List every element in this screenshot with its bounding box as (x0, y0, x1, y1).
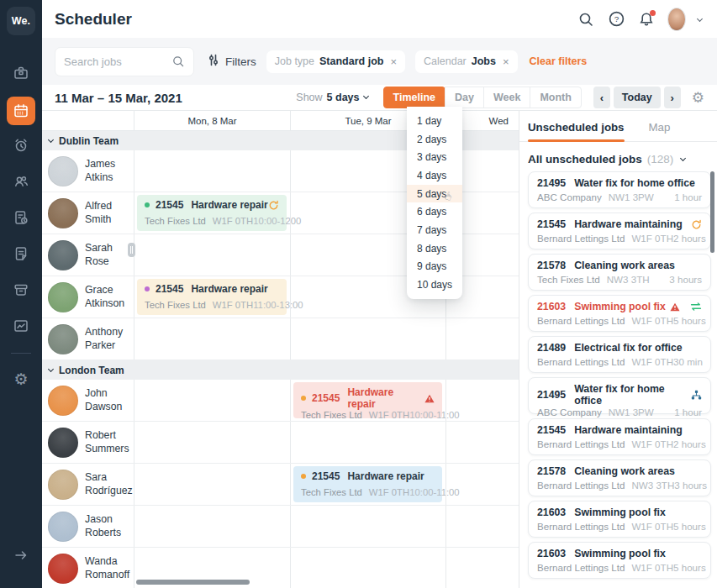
job-company: Bernard Lettings Ltd (537, 562, 625, 573)
job-card-21545[interactable]: 21545Hardware repairTech Fixes LtdW1F 0T… (293, 382, 442, 418)
avatar (48, 156, 78, 186)
dropdown-option-1-day[interactable]: 1 day (407, 112, 462, 130)
dropdown-option-5-days[interactable]: 5 days☞ (407, 185, 462, 203)
job-card-line2: Bernard Lettings LtdW1F 0TH2 hours (537, 438, 702, 449)
avatar (48, 282, 78, 312)
sidebar: We. (0, 0, 42, 588)
job-card-21545[interactable]: 21545Hardware repairTech Fixes LtdW1F 0T… (293, 466, 442, 502)
unscheduled-list-header[interactable]: All unscheduled jobs (128) (519, 142, 717, 173)
unscheduled-job-card-21603[interactable]: 21603Swimming pool fixBernard Lettings L… (528, 501, 711, 538)
unscheduled-job-card-21603[interactable]: 21603Swimming pool fixBernard Lettings L… (528, 542, 711, 579)
horizontal-scrollbar[interactable] (136, 580, 250, 585)
scheduler-row-jason-roberts: JasonRoberts (42, 506, 519, 548)
tab-map[interactable]: Map (649, 121, 671, 141)
view-button-timeline[interactable]: Timeline (383, 87, 445, 108)
prev-button[interactable]: ‹ (593, 87, 610, 108)
sidebar-item-time[interactable] (3, 129, 39, 165)
view-button-day[interactable]: Day (445, 87, 484, 108)
job-postcode: W1F 0TH (213, 300, 253, 310)
job-card-21545[interactable]: 21545Hardware repairTech Fixes LtdW1F 0T… (137, 279, 287, 315)
unscheduled-job-card-21545[interactable]: 21545Hardware maintainingBernard Letting… (528, 418, 711, 455)
svg-text:?: ? (614, 14, 619, 24)
search-jobs-input[interactable] (64, 55, 165, 68)
unscheduled-job-card-21578[interactable]: 21578Cleaning work areasTech Fixes LtdNW… (528, 254, 711, 291)
filters-label: Filters (225, 55, 256, 68)
dropdown-option-10-days[interactable]: 10 days (407, 276, 462, 294)
avatar[interactable] (667, 10, 686, 29)
unscheduled-job-card-21545[interactable]: 21545Hardware maintainingBernard Letting… (528, 213, 711, 249)
avatar (48, 428, 78, 458)
filter-chip-job-type[interactable]: Job typeStandard job× (266, 50, 405, 73)
date-range-label: 11 Mar – 15 Mar, 2021 (55, 91, 182, 105)
warning-icon (670, 302, 680, 312)
sidebar-item-notes[interactable] (3, 237, 39, 273)
search-jobs-box (55, 47, 194, 76)
dropdown-option-8-days[interactable]: 8 days (407, 239, 462, 258)
today-button[interactable]: Today (614, 87, 661, 108)
chevron-down-icon (48, 136, 54, 142)
job-company: Bernard Lettings Ltd (537, 438, 625, 449)
file-clock-icon (13, 209, 29, 229)
list-count: (128) (647, 153, 674, 165)
unscheduled-job-card-21489[interactable]: 21489Electrical fix for officeBernard Le… (528, 336, 711, 373)
unscheduled-job-card-21603[interactable]: 21603Swimming pool fixBernard Lettings L… (528, 295, 711, 332)
arrow-right-icon (13, 547, 29, 567)
job-card-line1: 21603Swimming pool fix (537, 548, 702, 559)
sidebar-item-archive[interactable] (3, 273, 39, 309)
avatar (48, 470, 78, 500)
sidebar-expand-button[interactable] (3, 538, 39, 575)
remove-filter-icon[interactable]: × (503, 55, 509, 68)
unscheduled-job-card-21495[interactable]: 21495Water fix for home officeABC Compan… (528, 171, 711, 208)
sidebar-item-reports[interactable] (3, 201, 39, 237)
sidebar-item-scheduler[interactable] (3, 92, 39, 129)
chevron-down-icon[interactable] (697, 16, 703, 22)
show-days-dropdown-toggle[interactable]: Show 5 days (296, 92, 367, 103)
search-icon[interactable] (577, 10, 595, 29)
filter-chip-calendar[interactable]: CalendarJobs× (415, 50, 518, 73)
calendar-settings-gear-icon[interactable]: ⚙ (692, 91, 704, 105)
job-duration: 1 hour (674, 192, 702, 202)
dropdown-option-6-days[interactable]: 6 days (407, 202, 462, 221)
calendar-cell-wed (445, 464, 519, 505)
job-postcode: W1F 0TH (631, 315, 673, 326)
sidebar-item-analytics[interactable] (3, 309, 39, 345)
dropdown-option-2-days[interactable]: 2 days (407, 130, 462, 149)
job-card-line2: Tech Fixes LtdNW3 3TH3 hours (537, 274, 702, 285)
clear-filters-link[interactable]: Clear filters (530, 55, 588, 67)
remove-filter-icon[interactable]: × (390, 55, 397, 68)
dropdown-option-3-days[interactable]: 3 days (407, 148, 462, 166)
help-icon[interactable]: ? (607, 10, 625, 29)
calendar-cell-tue: 21545Hardware repairTech Fixes LtdW1F 0T… (290, 380, 445, 421)
person-name: AnthonyParker (85, 326, 123, 352)
job-card-line1: 21495Water fix for home office (537, 383, 702, 407)
job-duration: 5 hours (673, 521, 706, 532)
person-name: WandaRomanoff (85, 555, 129, 581)
view-button-month[interactable]: Month (530, 87, 581, 108)
unscheduled-job-card-21578[interactable]: 21578Cleaning work areasBernard Lettings… (528, 459, 711, 496)
job-title: Cleaning work areas (574, 260, 675, 271)
next-button[interactable]: › (664, 87, 681, 108)
filters-button[interactable]: Filters (208, 54, 256, 69)
job-card-line1: 21578Cleaning work areas (537, 465, 702, 477)
unscheduled-job-card-21495[interactable]: 21495Water fix for home officeABC Compan… (528, 377, 711, 414)
job-card-line2: Bernard Lettings LtdW1F 0TH30 min (537, 356, 702, 367)
job-title: Cleaning work areas (574, 465, 675, 477)
job-company: ABC Company (537, 192, 602, 202)
tab-unscheduled-jobs[interactable]: Unscheduled jobs (528, 121, 625, 141)
dropdown-option-7-days[interactable]: 7 days (407, 221, 462, 239)
job-postcode: W1F 0TH (369, 410, 409, 420)
sidebar-item-team[interactable] (3, 165, 39, 201)
sidebar-item-jobs[interactable] (3, 56, 39, 92)
panel-tabs: Unscheduled jobs Map (519, 111, 717, 142)
job-card-21545[interactable]: 21545Hardware repairTech Fixes LtdW1F 0T… (137, 195, 287, 231)
dropdown-option-4-days[interactable]: 4 days (407, 166, 462, 185)
view-button-week[interactable]: Week (483, 87, 530, 108)
column-resize-handle[interactable] (128, 243, 135, 257)
bell-icon[interactable] (637, 10, 656, 29)
vertical-scrollbar[interactable] (710, 171, 714, 253)
team-header-london-team[interactable]: London Team (42, 360, 519, 380)
sidebar-item-settings[interactable]: ⚙ (3, 361, 39, 397)
app-logo[interactable]: We. (7, 7, 35, 35)
job-card-line1: 21545Hardware repair (145, 199, 279, 211)
dropdown-option-9-days[interactable]: 9 days (407, 258, 462, 276)
